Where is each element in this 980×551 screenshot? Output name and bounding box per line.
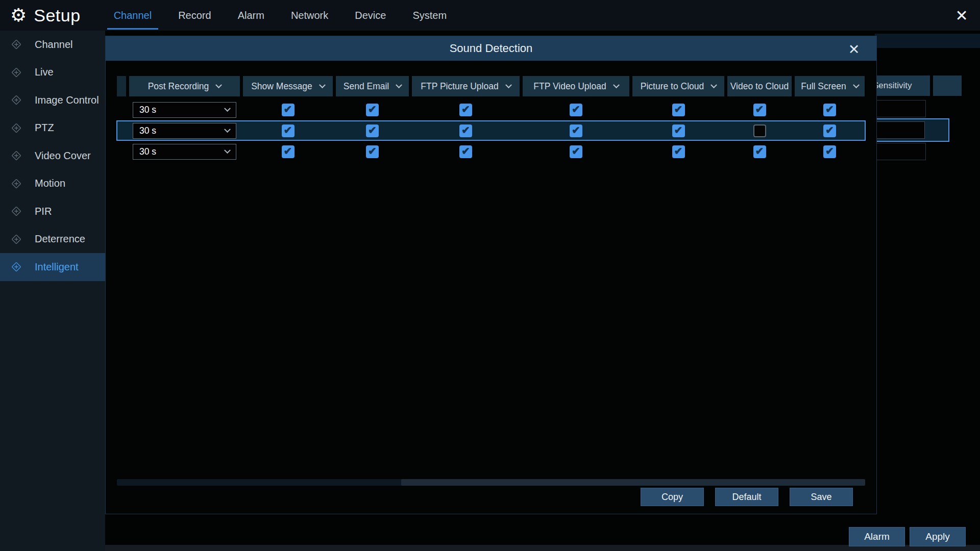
tab-channel[interactable]: Channel bbox=[112, 0, 154, 31]
checkbox-show-message[interactable]: ✔ bbox=[282, 145, 295, 158]
post-recording-select[interactable]: 30 s bbox=[133, 123, 236, 139]
checkmark-icon: ✔ bbox=[755, 145, 764, 157]
tab-alarm[interactable]: Alarm bbox=[236, 0, 266, 31]
sidebar-item-image-control[interactable]: Image Control bbox=[0, 86, 105, 114]
chevron-down-icon bbox=[710, 82, 717, 88]
sidebar-item-ptz[interactable]: PTZ bbox=[0, 114, 105, 142]
settings-table: Post RecordingShow MessageSend EmailFTP … bbox=[117, 76, 865, 161]
checkbox-cell: ✔ bbox=[795, 124, 865, 137]
post-recording-select[interactable]: 30 s bbox=[133, 144, 236, 160]
sidebar-item-motion[interactable]: Motion bbox=[0, 170, 105, 198]
chevron-down-icon bbox=[319, 82, 326, 88]
checkbox-full-screen[interactable]: ✔ bbox=[823, 145, 836, 158]
tab-device[interactable]: Device bbox=[353, 0, 387, 31]
sensitivity-input[interactable] bbox=[874, 100, 926, 117]
table-row[interactable]: 30 s✔✔✔✔✔✔✔ bbox=[117, 100, 865, 119]
checkbox-ftp-video-upload[interactable]: ✔ bbox=[570, 145, 582, 158]
sensitivity-input[interactable] bbox=[874, 121, 925, 139]
checkbox-full-screen[interactable]: ✔ bbox=[823, 104, 836, 116]
window-close-icon[interactable]: ✕ bbox=[950, 4, 973, 27]
checkbox-picture-to-cloud[interactable]: ✔ bbox=[672, 124, 685, 137]
sidebar-item-label: Image Control bbox=[35, 94, 99, 106]
checkmark-icon: ✔ bbox=[572, 103, 580, 115]
checkbox-video-to-cloud[interactable]: ✔ bbox=[753, 104, 766, 116]
copy-button[interactable]: Copy bbox=[641, 488, 704, 506]
checkbox-show-message[interactable]: ✔ bbox=[282, 124, 295, 137]
checkbox-ftp-video-upload[interactable]: ✔ bbox=[570, 104, 582, 116]
column-header-label: Show Message bbox=[251, 81, 312, 92]
sidebar-item-video-cover[interactable]: Video Cover bbox=[0, 142, 105, 170]
diamond-target-icon bbox=[11, 206, 21, 216]
apply-button[interactable]: Apply bbox=[910, 527, 966, 546]
checkbox-cell: ✔ bbox=[336, 124, 409, 137]
top-nav-tabs: ChannelRecordAlarmNetworkDeviceSystem bbox=[112, 0, 448, 31]
chevron-down-icon bbox=[224, 126, 231, 133]
column-header-ftp-picture-upload[interactable]: FTP Picture Upload bbox=[412, 76, 520, 96]
post-recording-cell: 30 s bbox=[129, 144, 240, 160]
default-button[interactable]: Default bbox=[715, 488, 778, 506]
checkbox-send-email[interactable]: ✔ bbox=[366, 104, 379, 116]
checkbox-ftp-picture-upload[interactable]: ✔ bbox=[459, 145, 472, 158]
chevron-down-icon bbox=[396, 82, 402, 88]
sidebar-item-label: Deterrence bbox=[35, 233, 85, 245]
chevron-down-icon bbox=[215, 82, 222, 88]
checkbox-show-message[interactable]: ✔ bbox=[282, 104, 295, 116]
sidebar-item-channel[interactable]: Channel bbox=[0, 31, 105, 59]
column-header-ftp-video-upload[interactable]: FTP Video Upload bbox=[523, 76, 629, 96]
column-header-video-to-cloud[interactable]: Video to Cloud bbox=[727, 76, 792, 96]
checkmark-icon: ✔ bbox=[825, 103, 834, 115]
checkbox-cell: ✔ bbox=[412, 124, 520, 137]
top-bar: ⚙ Setup ChannelRecordAlarmNetworkDeviceS… bbox=[0, 0, 980, 31]
sidebar-item-label: Motion bbox=[35, 178, 65, 189]
checkbox-video-to-cloud[interactable]: ✔ bbox=[753, 145, 766, 158]
sensitivity-column-header: Sensitivity bbox=[872, 76, 930, 96]
checkbox-ftp-picture-upload[interactable]: ✔ bbox=[459, 104, 472, 116]
sidebar-item-intelligent[interactable]: Intelligent bbox=[0, 253, 105, 281]
post-recording-select[interactable]: 30 s bbox=[133, 102, 236, 118]
checkbox-full-screen[interactable]: ✔ bbox=[823, 124, 836, 137]
checkbox-picture-to-cloud[interactable]: ✔ bbox=[672, 104, 685, 116]
dialog-close-icon[interactable]: ✕ bbox=[845, 40, 863, 59]
column-header-label: Full Screen bbox=[801, 81, 846, 92]
checkbox-picture-to-cloud[interactable]: ✔ bbox=[672, 145, 685, 158]
sensitivity-input[interactable] bbox=[874, 143, 926, 160]
checkbox-ftp-video-upload[interactable]: ✔ bbox=[570, 124, 582, 137]
checkbox-cell: ✔ bbox=[243, 104, 333, 116]
scrollbar-thumb[interactable] bbox=[401, 479, 865, 486]
background-selected-row[interactable] bbox=[871, 118, 949, 142]
post-recording-cell: 30 s bbox=[129, 102, 240, 118]
tab-network[interactable]: Network bbox=[289, 0, 330, 31]
sound-detection-dialog: Sound Detection ✕ Post RecordingShow Mes… bbox=[105, 36, 877, 514]
checkbox-send-email[interactable]: ✔ bbox=[366, 145, 379, 158]
save-button[interactable]: Save bbox=[790, 488, 853, 506]
column-header-picture-to-cloud[interactable]: Picture to Cloud bbox=[632, 76, 724, 96]
sidebar-item-live[interactable]: Live bbox=[0, 59, 105, 87]
post-recording-cell: 30 s bbox=[129, 123, 240, 139]
sidebar-item-pir[interactable]: PIR bbox=[0, 197, 105, 226]
column-header-send-email[interactable]: Send Email bbox=[336, 76, 409, 96]
alarm-button[interactable]: Alarm bbox=[849, 527, 905, 546]
select-value: 30 s bbox=[139, 105, 156, 115]
checkbox-cell: ✔ bbox=[412, 104, 520, 116]
checkbox-send-email[interactable]: ✔ bbox=[366, 124, 379, 137]
table-row[interactable]: 30 s✔✔✔✔✔✔✔ bbox=[117, 142, 865, 161]
diamond-target-icon bbox=[11, 234, 21, 244]
column-header-label: FTP Video Upload bbox=[533, 81, 606, 92]
table-row[interactable]: 30 s✔✔✔✔✔✔ bbox=[117, 121, 865, 140]
column-header-post-recording[interactable]: Post Recording bbox=[129, 76, 240, 96]
tab-system[interactable]: System bbox=[411, 0, 448, 31]
gear-icon: ⚙ bbox=[10, 6, 27, 24]
diamond-target-icon bbox=[11, 262, 21, 272]
checkbox-video-to-cloud[interactable] bbox=[753, 124, 766, 137]
column-header-full-screen[interactable]: Full Screen bbox=[795, 76, 865, 96]
column-header-label: FTP Picture Upload bbox=[421, 81, 498, 92]
diamond-target-icon bbox=[11, 95, 21, 105]
tab-record[interactable]: Record bbox=[177, 0, 212, 31]
chevron-down-icon bbox=[853, 82, 860, 88]
sidebar-item-deterrence[interactable]: Deterrence bbox=[0, 226, 105, 254]
checkmark-icon: ✔ bbox=[572, 124, 580, 136]
checkmark-icon: ✔ bbox=[461, 124, 470, 136]
checkbox-ftp-picture-upload[interactable]: ✔ bbox=[459, 124, 472, 137]
column-header-show-message[interactable]: Show Message bbox=[243, 76, 333, 96]
horizontal-scrollbar[interactable] bbox=[117, 479, 865, 486]
